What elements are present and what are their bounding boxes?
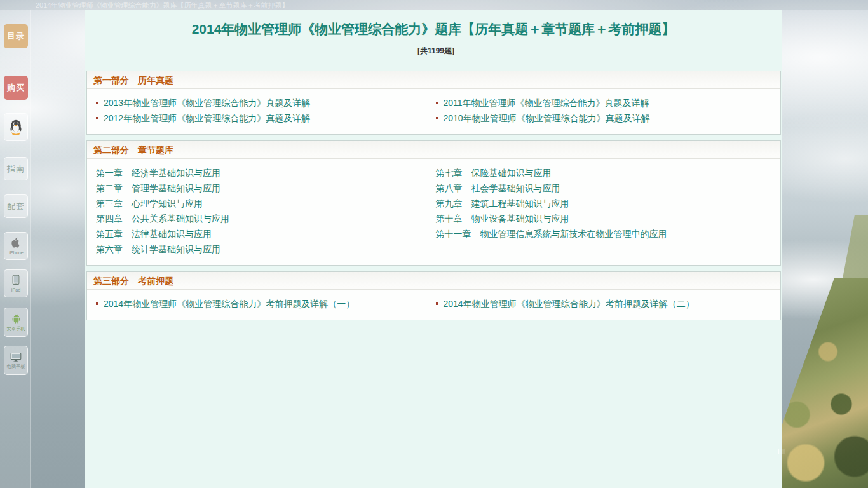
section-column-left: 2013年物业管理师《物业管理综合能力》真题及详解 2012年物业管理师《物业管…	[95, 95, 435, 126]
buy-button-label: 购买	[7, 83, 25, 92]
ipad-button-label: iPad	[11, 287, 20, 292]
bullet-icon	[436, 302, 438, 305]
chapter-link[interactable]: 第一章 经济学基础知识与应用	[96, 168, 220, 178]
chapter-link[interactable]: 第八章 社会学基础知识与应用	[436, 183, 560, 193]
list-item: 2012年物业管理师《物业管理综合能力》真题及详解	[95, 111, 435, 126]
chapter-link[interactable]: 第六章 统计学基础知识与应用	[96, 244, 220, 254]
list-item: 第六章 统计学基础知识与应用	[95, 241, 435, 257]
bullet-icon	[436, 117, 438, 119]
exam-link[interactable]: 2014年物业管理师《物业管理综合能力》考前押题及详解（二）	[444, 299, 695, 309]
list-item: 第十章 物业设备基础知识与应用	[435, 211, 775, 226]
resize-handle[interactable]	[778, 449, 785, 454]
exam-link[interactable]: 2010年物业管理师《物业管理综合能力》真题及详解	[444, 113, 650, 123]
bullet-icon	[96, 117, 98, 119]
sidebar-item-ipad[interactable]: iPad	[4, 269, 28, 297]
exam-link[interactable]: 2011年物业管理师《物业管理综合能力》真题及详解	[444, 98, 649, 108]
chapter-link[interactable]: 第十章 物业设备基础知识与应用	[436, 214, 569, 224]
section-body: 2014年物业管理师《物业管理综合能力》考前押题及详解（一） 2014年物业管理…	[87, 290, 780, 320]
list-item: 2011年物业管理师《物业管理综合能力》真题及详解	[435, 95, 775, 111]
exam-link[interactable]: 2012年物业管理师《物业管理综合能力》真题及详解	[104, 113, 310, 123]
list-item: 第三章 心理学知识与应用	[95, 196, 435, 211]
android-robot-icon	[10, 313, 22, 325]
list-item: 2014年物业管理师《物业管理综合能力》考前押题及详解（一）	[95, 296, 435, 311]
question-count-badge: [共1199题]	[417, 46, 454, 55]
sidebar-item-iphone[interactable]: iPhone	[4, 232, 28, 260]
section-column-right: 第七章 保险基础知识与应用 第八章 社会学基础知识与应用 第九章 建筑工程基础知…	[435, 165, 775, 257]
bullet-icon	[96, 302, 98, 305]
page-title: 2014年物业管理师《物业管理综合能力》题库【历年真题＋章节题库＋考前押题】[共…	[186, 19, 681, 61]
bullet-icon	[436, 102, 438, 104]
sidebar-item-buy[interactable]: 购买	[4, 76, 28, 100]
list-item: 第十一章 物业管理信息系统与新技术在物业管理中的应用	[435, 226, 775, 241]
section-past-exams: 第一部分 历年真题 2013年物业管理师《物业管理综合能力》真题及详解 2012…	[86, 71, 781, 135]
sidebar-item-companion[interactable]: 配套	[4, 194, 28, 218]
chapter-link[interactable]: 第五章 法律基础知识与应用	[96, 229, 212, 239]
list-item: 第五章 法律基础知识与应用	[95, 226, 435, 241]
chapter-link[interactable]: 第七章 保险基础知识与应用	[436, 168, 552, 178]
pc-tablet-button-label: 电脑平板	[7, 363, 25, 369]
section-column-right: 2011年物业管理师《物业管理综合能力》真题及详解 2010年物业管理师《物业管…	[435, 95, 775, 126]
sidebar: 目录 购买 指南 配套	[0, 10, 31, 488]
list-item: 第四章 公共关系基础知识与应用	[95, 211, 435, 226]
sidebar-item-qq-service[interactable]	[4, 113, 28, 141]
window-titlebar: 2014年物业管理师《物业管理综合能力》题库【历年真题＋章节题库＋考前押题】	[0, 0, 868, 10]
content-panel: 2014年物业管理师《物业管理综合能力》题库【历年真题＋章节题库＋考前押题】[共…	[85, 10, 782, 488]
bullet-icon	[96, 102, 98, 104]
list-item: 第八章 社会学基础知识与应用	[435, 180, 775, 196]
iphone-button-label: iPhone	[9, 250, 23, 255]
section-list: 第一部分 历年真题 2013年物业管理师《物业管理综合能力》真题及详解 2012…	[85, 71, 782, 320]
section-column-left: 2014年物业管理师《物业管理综合能力》考前押题及详解（一）	[95, 296, 435, 311]
section-heading: 第一部分 历年真题	[87, 71, 780, 89]
android-button-label: 安卓手机	[7, 326, 25, 331]
section-predicted-exams: 第三部分 考前押题 2014年物业管理师《物业管理综合能力》考前押题及详解（一）…	[86, 271, 781, 320]
sidebar-item-pc-tablet[interactable]: 电脑平板	[4, 346, 28, 375]
exam-link[interactable]: 2014年物业管理师《物业管理综合能力》考前押题及详解（一）	[104, 299, 355, 309]
list-item: 第一章 经济学基础知识与应用	[95, 165, 435, 180]
section-body: 2013年物业管理师《物业管理综合能力》真题及详解 2012年物业管理师《物业管…	[87, 89, 780, 134]
monitor-icon	[10, 351, 22, 363]
sidebar-item-catalog[interactable]: 目录	[4, 24, 28, 48]
section-heading: 第三部分 考前押题	[87, 272, 780, 290]
guide-button-label: 指南	[7, 164, 25, 173]
catalog-button-label: 目录	[7, 31, 25, 41]
sidebar-item-guide[interactable]: 指南	[4, 157, 28, 180]
sidebar-item-android[interactable]: 安卓手机	[4, 308, 28, 337]
chapter-link[interactable]: 第十一章 物业管理信息系统与新技术在物业管理中的应用	[436, 229, 667, 239]
section-column-right: 2014年物业管理师《物业管理综合能力》考前押题及详解（二）	[435, 296, 775, 311]
list-item: 2013年物业管理师《物业管理综合能力》真题及详解	[95, 95, 435, 111]
companion-button-label: 配套	[7, 201, 25, 211]
chapter-link[interactable]: 第四章 公共关系基础知识与应用	[96, 214, 229, 224]
list-item: 第九章 建筑工程基础知识与应用	[435, 196, 775, 211]
window-title-text: 2014年物业管理师《物业管理综合能力》题库【历年真题＋章节题库＋考前押题】	[36, 1, 288, 9]
section-column-left: 第一章 经济学基础知识与应用 第二章 管理学基础知识与应用 第三章 心理学知识与…	[95, 165, 435, 257]
section-heading: 第二部分 章节题库	[87, 141, 780, 159]
section-chapter-bank: 第二部分 章节题库 第一章 经济学基础知识与应用 第二章 管理学基础知识与应用 …	[86, 140, 781, 266]
chapter-link[interactable]: 第二章 管理学基础知识与应用	[96, 183, 220, 193]
list-item: 2014年物业管理师《物业管理综合能力》考前押题及详解（二）	[435, 296, 775, 311]
section-body: 第一章 经济学基础知识与应用 第二章 管理学基础知识与应用 第三章 心理学知识与…	[87, 159, 780, 265]
apple-icon	[10, 236, 22, 249]
qq-penguin-icon	[8, 118, 24, 136]
chapter-link[interactable]: 第三章 心理学知识与应用	[96, 198, 203, 208]
list-item: 第七章 保险基础知识与应用	[435, 165, 775, 180]
list-item: 2010年物业管理师《物业管理综合能力》真题及详解	[435, 111, 775, 126]
list-item: 第二章 管理学基础知识与应用	[95, 180, 435, 196]
tablet-icon	[10, 274, 22, 287]
chapter-link[interactable]: 第九章 建筑工程基础知识与应用	[436, 198, 569, 208]
exam-link[interactable]: 2013年物业管理师《物业管理综合能力》真题及详解	[104, 98, 310, 108]
page-title-text: 2014年物业管理师《物业管理综合能力》题库【历年真题＋章节题库＋考前押题】	[192, 22, 675, 36]
